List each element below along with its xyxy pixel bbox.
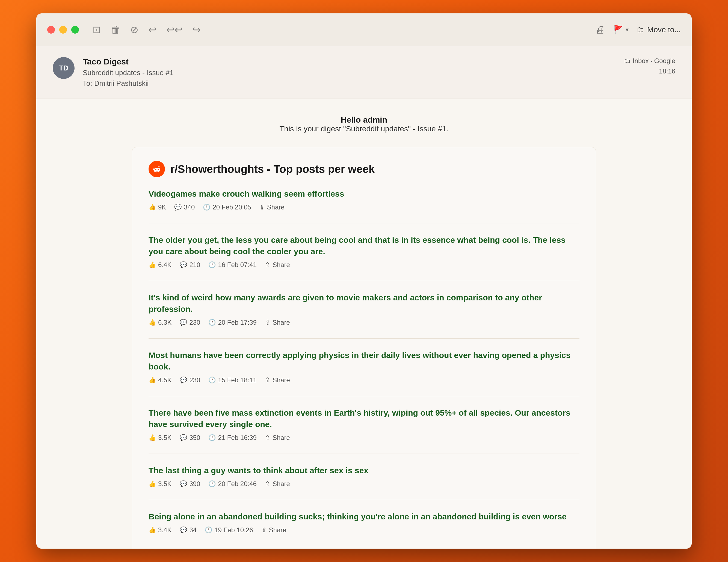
titlebar: ⊡ 🗑 ⊘ ↩ ↩↩ ↪ 🖨 🚩 ▾ 🗂 Move to...	[36, 13, 692, 46]
clock-icon: 🕐	[208, 261, 216, 268]
email-time: 18:16	[659, 67, 675, 75]
thumbsup-icon: 👍	[149, 480, 156, 487]
clock-icon: 🕐	[205, 526, 212, 534]
post-date: 🕐 19 Feb 10:26	[205, 526, 253, 534]
divider	[149, 281, 579, 281]
folder-icon: 🗂	[637, 25, 644, 34]
sender-subject: Subreddit updates - Issue #1	[83, 69, 173, 77]
post-date: 🕐 16 Feb 07:41	[208, 261, 256, 269]
share-link[interactable]: ⇪ Share	[265, 434, 290, 442]
share-icon: ⇪	[265, 319, 270, 326]
printer-icon[interactable]: 🖨	[595, 24, 605, 36]
list-item: Most humans have been correctly applying…	[149, 350, 579, 384]
share-link[interactable]: ⇪ Share	[261, 526, 286, 534]
list-item: The last thing a guy wants to think abou…	[149, 465, 579, 488]
post-title[interactable]: Most humans have been correctly applying…	[149, 350, 579, 372]
flag-button[interactable]: 🚩 ▾	[613, 25, 629, 34]
traffic-lights	[47, 26, 79, 34]
sender-info: TD Taco Digest Subreddit updates - Issue…	[53, 57, 173, 88]
share-link[interactable]: ⇪ Share	[265, 319, 290, 326]
fullscreen-button[interactable]	[71, 26, 79, 34]
comment-icon: 💬	[180, 261, 187, 268]
list-item: It's kind of weird how many awards are g…	[149, 292, 579, 326]
forward-icon[interactable]: ↪	[193, 24, 201, 36]
post-meta: 👍 3.4K 💬 34 🕐 19 Feb 10:26 ⇪	[149, 526, 579, 534]
share-link[interactable]: ⇪ Share	[265, 376, 290, 384]
archive-icon[interactable]: ⊡	[93, 24, 101, 36]
comment-icon: 💬	[180, 480, 187, 487]
clock-icon: 🕐	[208, 480, 216, 487]
share-link[interactable]: ⇪ Share	[265, 261, 290, 269]
list-item: The older you get, the less you care abo…	[149, 234, 579, 269]
thumbsup-icon: 👍	[149, 526, 156, 534]
share-link[interactable]: ⇪ Share	[259, 203, 285, 211]
post-meta: 👍 4.5K 💬 230 🕐 15 Feb 18:11 ⇪	[149, 376, 579, 384]
sender-to: To: Dmitrii Pashutskii	[83, 79, 173, 88]
list-item: Being alone in an abandoned building suc…	[149, 511, 579, 534]
clock-icon: 🕐	[208, 319, 216, 326]
comment-count: 💬 34	[180, 526, 197, 534]
move-to-button[interactable]: 🗂 Move to...	[637, 25, 681, 34]
upvote-count: 👍 9K	[149, 203, 166, 211]
subreddit-title: r/Showerthoughts - Top posts per week	[170, 163, 375, 175]
comment-count: 💬 340	[174, 203, 195, 211]
avatar: TD	[53, 57, 75, 79]
close-button[interactable]	[47, 26, 55, 34]
main-window: ⊡ 🗑 ⊘ ↩ ↩↩ ↪ 🖨 🚩 ▾ 🗂 Move to... TD	[36, 13, 692, 549]
divider	[149, 454, 579, 454]
post-meta: 👍 6.4K 💬 210 🕐 16 Feb 07:41 ⇪	[149, 261, 579, 269]
upvote-count: 👍 6.4K	[149, 261, 171, 269]
greeting-hello: Hello admin	[58, 115, 670, 125]
upvote-count: 👍 4.5K	[149, 376, 171, 384]
upvote-count: 👍 3.5K	[149, 434, 171, 442]
share-icon: ⇪	[259, 203, 265, 211]
minimize-button[interactable]	[59, 26, 67, 34]
comment-icon: 💬	[174, 204, 182, 211]
comment-icon: 💬	[180, 526, 187, 534]
comment-count: 💬 210	[180, 261, 200, 269]
comment-icon: 💬	[180, 377, 187, 384]
post-title[interactable]: Videogames make crouch walking seem effo…	[149, 188, 579, 200]
email-source: 🗂 Inbox · Google	[624, 57, 675, 65]
email-header: TD Taco Digest Subreddit updates - Issue…	[36, 46, 692, 99]
list-item: Videogames make crouch walking seem effo…	[149, 188, 579, 211]
share-link[interactable]: ⇪ Share	[265, 480, 290, 488]
divider	[149, 338, 579, 339]
comment-icon: 💬	[180, 319, 187, 326]
upvote-count: 👍 3.5K	[149, 480, 171, 488]
reddit-icon	[149, 161, 165, 177]
post-meta: 👍 3.5K 💬 390 🕐 20 Feb 20:46 ⇪	[149, 480, 579, 488]
spam-icon[interactable]: ⊘	[130, 24, 138, 36]
comment-count: 💬 390	[180, 480, 200, 488]
list-item: There have been five mass extinction eve…	[149, 407, 579, 442]
upvote-count: 👍 3.4K	[149, 526, 171, 534]
divider	[149, 396, 579, 396]
post-title[interactable]: There have been five mass extinction eve…	[149, 407, 579, 430]
trash-icon[interactable]: 🗑	[111, 24, 120, 36]
thumbsup-icon: 👍	[149, 377, 156, 384]
post-title[interactable]: It's kind of weird how many awards are g…	[149, 292, 579, 315]
reply-all-icon[interactable]: ↩↩	[166, 24, 183, 36]
subreddit-header: r/Showerthoughts - Top posts per week	[149, 161, 579, 177]
comment-icon: 💬	[180, 434, 187, 441]
post-title[interactable]: Being alone in an abandoned building suc…	[149, 511, 579, 522]
post-date: 🕐 20 Feb 17:39	[208, 319, 256, 326]
reply-icon[interactable]: ↩	[148, 24, 156, 36]
post-title[interactable]: The last thing a guy wants to think abou…	[149, 465, 579, 476]
flag-chevron-icon: ▾	[626, 26, 629, 33]
sender-details: Taco Digest Subreddit updates - Issue #1…	[83, 57, 173, 88]
share-icon: ⇪	[265, 376, 270, 384]
share-icon: ⇪	[265, 261, 270, 269]
posts-list: Videogames make crouch walking seem effo…	[149, 188, 579, 549]
post-title[interactable]: The older you get, the less you care abo…	[149, 234, 579, 257]
share-icon: ⇪	[261, 526, 267, 534]
post-date: 🕐 15 Feb 18:11	[208, 376, 256, 384]
thumbsup-icon: 👍	[149, 319, 156, 326]
post-meta: 👍 6.3K 💬 230 🕐 20 Feb 17:39 ⇪	[149, 319, 579, 326]
divider	[149, 223, 579, 223]
toolbar-icons: ⊡ 🗑 ⊘ ↩ ↩↩ ↪	[93, 24, 201, 36]
email-meta: 🗂 Inbox · Google 18:16	[624, 57, 675, 75]
divider	[149, 500, 579, 500]
clock-icon: 🕐	[208, 377, 216, 384]
post-meta: 👍 3.5K 💬 350 🕐 21 Feb 16:39 ⇪	[149, 434, 579, 442]
